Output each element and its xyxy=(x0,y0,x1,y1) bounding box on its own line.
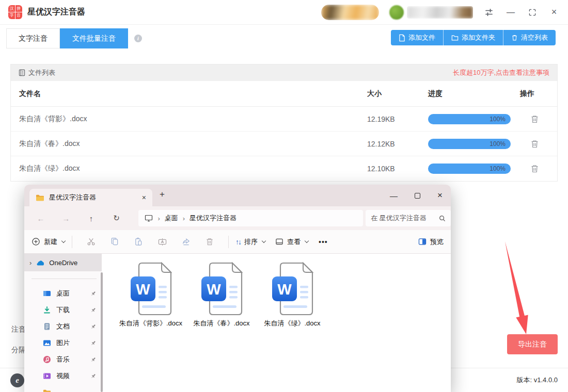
file-name: 朱自清《绿》.docx xyxy=(19,164,80,173)
delete-row-button[interactable] xyxy=(530,164,539,173)
explorer-body: › OneDrive 桌面 xyxy=(24,254,451,392)
close-button[interactable]: × xyxy=(548,7,560,18)
explorer-tab[interactable]: 星优汉字注音器 × xyxy=(29,189,152,206)
refresh-icon[interactable]: ↻ xyxy=(112,214,122,223)
app-title: 星优汉字注音器 xyxy=(27,7,85,18)
pictures-icon xyxy=(43,339,51,347)
file-tile-docx[interactable]: W 朱自清《春》.docx xyxy=(189,262,254,328)
back-icon[interactable]: ← xyxy=(36,214,46,223)
sidebar-item-desktop[interactable]: 桌面 xyxy=(24,285,102,302)
videos-icon xyxy=(43,372,51,380)
breadcrumb-current[interactable]: 星优汉字注音器 xyxy=(190,214,236,223)
sidebar-item-pictures[interactable]: 图片 xyxy=(24,335,102,351)
settings-sliders-icon[interactable] xyxy=(483,7,495,18)
tab-batch-annotate[interactable]: 文件批量注音 xyxy=(60,28,128,48)
logo-char: 字 xyxy=(8,12,15,20)
col-filename: 文件名 xyxy=(19,89,41,99)
e-logo: e xyxy=(10,373,24,387)
new-tab-button[interactable]: + xyxy=(160,189,165,200)
paste-button[interactable] xyxy=(127,237,150,246)
chevron-expand-icon[interactable]: › xyxy=(29,259,31,267)
logo-char: 拼 xyxy=(15,5,23,12)
explorer-close-button[interactable]: × xyxy=(437,190,443,201)
maximize-button[interactable] xyxy=(527,7,538,18)
sidebar-scrollbar[interactable] xyxy=(101,272,103,392)
delete-row-button[interactable] xyxy=(530,115,539,124)
rename-button[interactable] xyxy=(150,238,174,246)
file-name: 朱自清《春》.docx xyxy=(19,139,80,149)
clear-list-button[interactable]: 清空列表 xyxy=(503,30,556,45)
sidebar-item-documents[interactable]: 文档 xyxy=(24,318,102,335)
user-profile-redacted[interactable] xyxy=(389,5,473,20)
view-button[interactable]: 查看 xyxy=(275,237,308,247)
desktop-folder-icon xyxy=(43,289,51,298)
version-label: 版本: v1.4.0.0 xyxy=(517,375,558,385)
progress-bar: 100% xyxy=(428,114,511,124)
info-icon[interactable]: i xyxy=(134,35,142,42)
share-button[interactable] xyxy=(174,238,198,246)
add-file-button[interactable]: 添加文件 xyxy=(391,30,444,45)
chevron-right-icon: › xyxy=(183,215,185,222)
pin-icon[interactable] xyxy=(90,373,97,379)
table-row: 朱自清《背影》.docx 12.19KB 100% xyxy=(11,107,557,132)
file-tile-docx[interactable]: W 朱自清《背影》.docx xyxy=(118,262,183,328)
word-logo: W xyxy=(136,281,150,298)
word-file-icon: W xyxy=(271,262,313,316)
more-options-button[interactable]: ••• xyxy=(319,238,328,246)
account-badge-redacted[interactable] xyxy=(321,5,379,20)
delete-button[interactable] xyxy=(198,237,222,246)
pin-icon[interactable] xyxy=(90,290,97,297)
tab-text-annotate[interactable]: 文字注音 xyxy=(6,28,60,48)
forward-icon[interactable]: → xyxy=(61,214,71,223)
new-button[interactable]: 新建 xyxy=(31,237,65,247)
address-bar[interactable]: › 桌面 › 星优汉字注音器 xyxy=(138,210,363,226)
onedrive-cloud-icon xyxy=(36,259,45,266)
sidebar-item-downloads[interactable]: 下载 xyxy=(24,302,102,318)
main-tabs: 文字注音 文件批量注音 i xyxy=(6,28,142,48)
file-size: 12.12KB xyxy=(367,140,395,148)
copy-button[interactable] xyxy=(103,237,127,246)
view-icon xyxy=(275,238,283,246)
app-titlebar: 汉 拼 字 音 星优汉字注音器 — × xyxy=(0,0,568,25)
downloads-icon xyxy=(43,306,51,314)
pin-icon[interactable] xyxy=(90,307,97,313)
file-actions: 添加文件 添加文件夹 清空列表 xyxy=(391,30,556,45)
copy-icon xyxy=(111,237,119,246)
preview-pane-icon xyxy=(418,238,427,246)
sort-arrows-icon: ↑↓ xyxy=(235,238,241,246)
file-tile-label: 朱自清《绿》.docx xyxy=(264,319,320,328)
sidebar-item-music[interactable]: 音乐 xyxy=(24,351,102,368)
pin-icon[interactable] xyxy=(90,323,97,330)
file-list-panel: 文件列表 长度超10万字,点击查看注意事项 文件名 大小 进度 操作 朱自清《背… xyxy=(10,64,558,182)
breadcrumb-desktop[interactable]: 桌面 xyxy=(165,214,178,223)
delete-row-button[interactable] xyxy=(530,139,539,149)
app-logo-icon: 汉 拼 字 音 xyxy=(8,5,22,19)
trash-icon xyxy=(511,34,518,41)
progress-bar: 100% xyxy=(428,164,511,174)
explorer-search-box[interactable]: 在 星优汉字注音器 xyxy=(366,210,451,226)
tab-close-icon[interactable]: × xyxy=(142,193,146,202)
sidebar-item-partial[interactable] xyxy=(24,384,102,392)
pin-icon[interactable] xyxy=(90,356,97,363)
cut-button[interactable] xyxy=(79,237,103,246)
minimize-button[interactable]: — xyxy=(505,7,516,18)
sort-button[interactable]: ↑↓ 排序 xyxy=(235,237,265,247)
pin-icon[interactable] xyxy=(90,340,97,346)
trash-icon xyxy=(530,115,539,124)
sidebar-item-videos[interactable]: 视频 xyxy=(24,368,102,384)
sidebar-item-onedrive[interactable]: › OneDrive xyxy=(24,254,102,271)
word-file-icon: W xyxy=(200,262,243,316)
explorer-minimize-button[interactable]: — xyxy=(390,191,398,200)
progress-bar: 100% xyxy=(428,139,511,149)
music-icon xyxy=(43,355,51,364)
file-tile-docx[interactable]: W 朱自清《绿》.docx xyxy=(260,262,325,328)
preview-toggle[interactable]: 预览 xyxy=(418,237,444,247)
chevron-down-icon xyxy=(61,238,66,242)
explorer-maximize-button[interactable] xyxy=(415,193,420,199)
export-annotation-button[interactable]: 导出注音 xyxy=(507,334,558,354)
length-notice-link[interactable]: 长度超10万字,点击查看注意事项 xyxy=(453,68,549,77)
search-icon xyxy=(439,215,446,222)
add-folder-button[interactable]: 添加文件夹 xyxy=(444,30,503,45)
up-icon[interactable]: ↑ xyxy=(86,214,97,223)
screen: 汉 拼 字 音 星优汉字注音器 — × xyxy=(0,0,568,392)
